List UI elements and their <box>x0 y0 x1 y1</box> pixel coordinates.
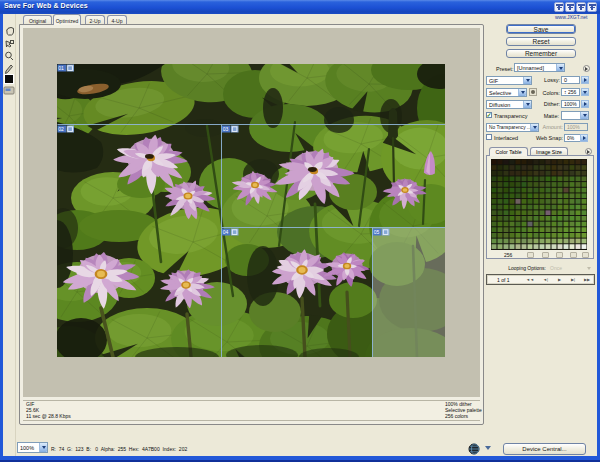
svg-text:04: 04 <box>223 229 229 235</box>
svg-text:03: 03 <box>223 126 229 132</box>
svg-text:02: 02 <box>58 126 64 132</box>
svg-text:01: 01 <box>58 65 64 71</box>
svg-text:05: 05 <box>374 229 380 235</box>
